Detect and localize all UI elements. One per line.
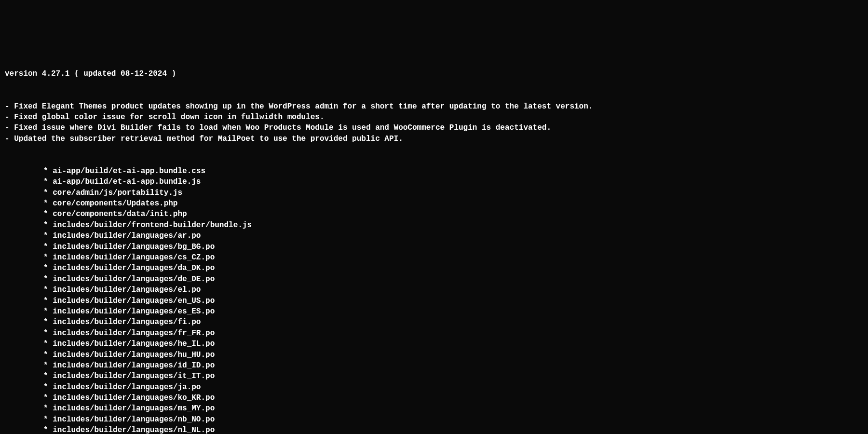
file-line: includes/builder/languages/hu_HU.po <box>5 350 863 360</box>
file-line: includes/builder/frontend-builder/bundle… <box>5 220 863 231</box>
file-line: core/components/Updates.php <box>5 198 863 209</box>
file-line: includes/builder/languages/el.po <box>5 285 863 295</box>
fixes-list: - Fixed Elegant Themes product updates s… <box>5 101 863 145</box>
file-line: includes/builder/languages/en_US.po <box>5 296 863 306</box>
file-line: includes/builder/languages/es_ES.po <box>5 306 863 317</box>
file-line: includes/builder/languages/fi.po <box>5 317 863 327</box>
file-line: includes/builder/languages/ko_KR.po <box>5 393 863 403</box>
file-line: includes/builder/languages/cs_CZ.po <box>5 252 863 263</box>
fix-line: - Fixed Elegant Themes product updates s… <box>5 101 863 112</box>
file-line: includes/builder/languages/he_IL.po <box>5 339 863 349</box>
file-line: core/components/data/init.php <box>5 209 863 219</box>
file-line: includes/builder/languages/fr_FR.po <box>5 328 863 339</box>
file-line: includes/builder/languages/it_IT.po <box>5 371 863 381</box>
file-line: includes/builder/languages/ja.po <box>5 382 863 393</box>
file-line: includes/builder/languages/da_DK.po <box>5 263 863 273</box>
file-line: includes/builder/languages/ar.po <box>5 231 863 241</box>
changelog-container: version 4.27.1 ( updated 08-12-2024 ) - … <box>5 47 863 434</box>
file-line: includes/builder/languages/nl_NL.po <box>5 425 863 434</box>
files-list: ai-app/build/et-ai-app.bundle.cssai-app/… <box>5 166 863 434</box>
file-line: includes/builder/languages/ms_MY.po <box>5 403 863 414</box>
fix-line: - Fixed issue where Divi Builder fails t… <box>5 122 863 133</box>
fix-line: - Fixed global color issue for scroll do… <box>5 112 863 122</box>
fix-line: - Updated the subscriber retrieval metho… <box>5 134 863 144</box>
file-line: ai-app/build/et-ai-app.bundle.js <box>5 176 863 187</box>
file-line: includes/builder/languages/de_DE.po <box>5 274 863 285</box>
file-line: includes/builder/languages/id_ID.po <box>5 360 863 371</box>
file-line: includes/builder/languages/bg_BG.po <box>5 242 863 252</box>
file-line: includes/builder/languages/nb_NO.po <box>5 414 863 425</box>
file-line: ai-app/build/et-ai-app.bundle.css <box>5 166 863 176</box>
file-line: core/admin/js/portability.js <box>5 188 863 198</box>
version-line: version 4.27.1 ( updated 08-12-2024 ) <box>5 68 863 79</box>
